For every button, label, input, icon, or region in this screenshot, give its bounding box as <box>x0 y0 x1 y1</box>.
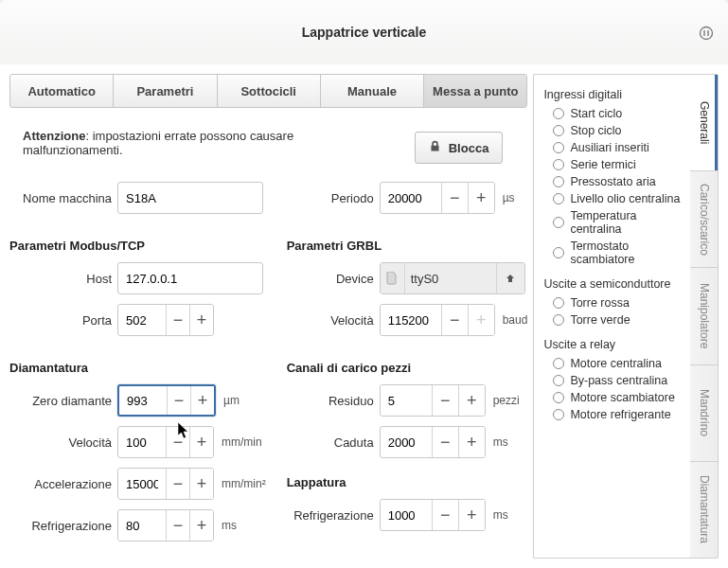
relay-out-item[interactable]: Motore refrigerante <box>543 406 681 423</box>
residuo-input[interactable] <box>381 385 432 416</box>
caduta-input[interactable] <box>381 427 432 457</box>
digital-in-label: Termostato scambiatore <box>570 240 681 266</box>
refrigerazione-lap-increment[interactable]: + <box>458 500 485 530</box>
svg-point-0 <box>701 27 713 40</box>
residuo-label: Residuo <box>287 394 374 408</box>
digital-in-item[interactable]: Pressostato aria <box>543 173 681 190</box>
radio-icon <box>553 217 564 228</box>
lock-button[interactable]: Blocca <box>415 132 504 164</box>
titlebar: Lappatrice verticale <box>0 0 728 64</box>
lappatura-header: Lappatura <box>287 475 528 489</box>
host-input[interactable] <box>117 262 263 294</box>
semiconductor-out-title: Uscite a semiconduttore <box>543 277 681 291</box>
refrigerazione-lap-input[interactable] <box>381 500 432 530</box>
velocita-grbl-input[interactable] <box>381 305 441 335</box>
caduta-decrement[interactable]: − <box>432 427 458 457</box>
warning-label: Attenzione <box>23 129 85 143</box>
velocita-diam-input[interactable] <box>118 427 166 457</box>
porta-decrement[interactable]: − <box>166 305 189 335</box>
velocita-diam-decrement[interactable]: − <box>166 427 189 457</box>
zero-diamante-label: Zero diamante <box>9 394 112 408</box>
periodo-input[interactable] <box>381 183 441 213</box>
accelerazione-input[interactable] <box>118 469 166 499</box>
residuo-unit: pezzi <box>493 394 520 407</box>
zero-diamante-unit: µm <box>223 394 240 407</box>
device-label: Device <box>287 272 374 286</box>
refrigerazione-lap-unit: ms <box>493 508 508 522</box>
relay-out-label: Motore scambiatore <box>570 391 674 404</box>
residuo-increment[interactable]: + <box>458 385 485 416</box>
svg-rect-1 <box>703 30 704 36</box>
diamantatura-header: Diamantatura <box>9 361 266 375</box>
vertical-tabs: Generali Carico/scarico Manipolatore Man… <box>690 74 719 559</box>
tab-messa-a-punto[interactable]: Messa a punto <box>424 75 526 107</box>
zero-diamante-input[interactable] <box>119 386 167 415</box>
svg-rect-2 <box>707 30 708 36</box>
periodo-increment[interactable]: + <box>468 183 494 213</box>
relay-out-label: Motore centralina <box>570 357 662 370</box>
digital-in-item[interactable]: Livello olio centralina <box>543 190 681 207</box>
vtab-mandrino[interactable]: Mandrino <box>690 365 718 462</box>
radio-icon <box>553 358 564 369</box>
device-chooser[interactable]: ttyS0 <box>380 262 525 294</box>
zero-diamante-decrement[interactable]: − <box>167 386 190 415</box>
residuo-decrement[interactable]: − <box>432 385 458 416</box>
refrigerazione-diam-input[interactable] <box>118 510 166 541</box>
tab-automatico[interactable]: Automatico <box>10 75 114 107</box>
velocita-diam-increment[interactable]: + <box>189 427 213 457</box>
device-value: ttyS0 <box>405 263 496 293</box>
tab-parametri[interactable]: Parametri <box>114 75 217 107</box>
digital-in-item[interactable]: Start ciclo <box>543 105 681 122</box>
semiconductor-out-item[interactable]: Torre verde <box>543 311 681 328</box>
digital-in-item[interactable]: Ausiliari inseriti <box>543 139 681 156</box>
file-icon <box>381 263 405 293</box>
radio-icon <box>553 375 564 386</box>
velocita-grbl-increment: + <box>468 305 494 335</box>
porta-input[interactable] <box>118 305 166 335</box>
device-up-button[interactable] <box>496 263 524 293</box>
digital-in-item[interactable]: Stop ciclo <box>543 122 681 139</box>
radio-icon <box>553 314 564 326</box>
digital-in-item[interactable]: Serie termici <box>543 156 681 173</box>
porta-increment[interactable]: + <box>189 305 213 335</box>
digital-in-label: Pressostato aria <box>570 175 655 188</box>
vtab-manipolatore[interactable]: Manipolatore <box>690 268 718 364</box>
lock-label: Blocca <box>449 141 489 155</box>
tab-manuale[interactable]: Manuale <box>321 75 424 107</box>
accelerazione-decrement[interactable]: − <box>166 469 189 499</box>
digital-in-item[interactable]: Temperatura centralina <box>543 207 681 238</box>
velocita-grbl-label: Velocità <box>287 313 374 328</box>
relay-out-item[interactable]: Motore centralina <box>543 355 681 372</box>
velocita-grbl-unit: baud <box>503 313 528 327</box>
relay-out-item[interactable]: Motore scambiatore <box>543 389 681 406</box>
accelerazione-increment[interactable]: + <box>189 469 213 499</box>
relay-out-label: Motore refrigerante <box>570 408 670 421</box>
refrigerazione-diam-label: Refrigerazione <box>9 519 112 533</box>
zero-diamante-increment[interactable]: + <box>190 386 214 415</box>
periodo-decrement[interactable]: − <box>441 183 468 213</box>
accelerazione-unit: mm/min² <box>222 477 266 490</box>
nome-macchina-input[interactable] <box>117 182 263 214</box>
refrigerazione-diam-increment[interactable]: + <box>189 510 213 541</box>
accelerazione-label: Accelerazione <box>9 477 112 491</box>
help-icon[interactable] <box>698 25 715 42</box>
refrigerazione-lap-decrement[interactable]: − <box>432 500 458 530</box>
app-window: Lappatrice verticale Automatico Parametr… <box>0 0 728 568</box>
digital-in-title: Ingressi digitali <box>543 88 681 101</box>
top-tabs: Automatico Parametri Sottocicli Manuale … <box>9 74 527 108</box>
digital-in-item[interactable]: Termostato scambiatore <box>543 238 681 268</box>
canali-header: Canali di carico pezzi <box>287 361 528 375</box>
vtab-carico-scarico[interactable]: Carico/scarico <box>690 171 718 268</box>
relay-out-item[interactable]: By-pass centralina <box>543 372 681 389</box>
refrigerazione-diam-decrement[interactable]: − <box>166 510 189 541</box>
vtab-generali[interactable]: Generali <box>690 75 718 171</box>
vtab-diamantatura[interactable]: Diamantatura <box>690 462 718 558</box>
digital-in-label: Temperatura centralina <box>570 209 681 236</box>
tab-sottocicli[interactable]: Sottocicli <box>218 75 321 107</box>
semiconductor-out-item[interactable]: Torre rossa <box>543 294 681 311</box>
relay-out-label: By-pass centralina <box>570 374 667 387</box>
caduta-increment[interactable]: + <box>458 427 485 457</box>
digital-in-label: Ausiliari inseriti <box>570 141 648 154</box>
velocita-grbl-decrement[interactable]: − <box>441 305 468 335</box>
periodo-label: Periodo <box>287 191 374 205</box>
